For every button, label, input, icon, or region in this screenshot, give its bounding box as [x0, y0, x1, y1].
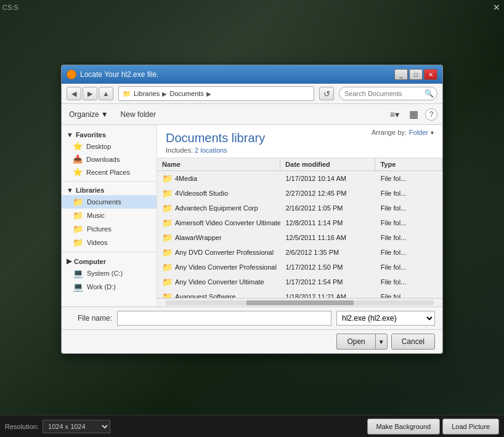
col-header-modified[interactable]: Date modified	[280, 158, 375, 170]
file-modified-8: 1/18/2012 11:21 AM	[280, 292, 375, 298]
sidebar-system-c-label: System (C:)	[87, 270, 123, 277]
folder-icon-2: 📁	[162, 203, 173, 213]
file-name-8: Avanquest Software	[175, 293, 235, 298]
system-c-icon: 💻	[73, 268, 83, 278]
organize-button[interactable]: Organize ▼	[67, 109, 111, 120]
recent-icon: ⭐	[73, 167, 83, 177]
back-button[interactable]: ◀	[67, 87, 81, 100]
pictures-folder-icon: 📁	[73, 224, 83, 234]
new-folder-button[interactable]: New folder	[118, 109, 158, 120]
folder-icon-5: 📁	[162, 247, 173, 257]
horizontal-scrollbar[interactable]	[157, 298, 442, 307]
favorites-expand-icon: ▼	[67, 131, 73, 138]
sidebar-item-recent[interactable]: ⭐ Recent Places	[62, 166, 156, 178]
file-type-8: File fol...	[376, 292, 442, 298]
sidebar-item-work-d[interactable]: 💻 Work (D:)	[62, 280, 156, 294]
sidebar-item-music[interactable]: 📁 Music	[62, 209, 156, 222]
sidebar-item-videos[interactable]: 📁 Videos	[62, 236, 156, 249]
file-name-label: File name:	[69, 314, 112, 323]
sidebar-downloads-label: Downloads	[86, 156, 120, 163]
organize-label: Organize	[69, 110, 99, 119]
hscroll-thumb	[246, 300, 354, 305]
col-header-name[interactable]: Name	[157, 158, 280, 170]
file-name-7: Any Video Converter Ultimate	[175, 278, 264, 286]
organize-dropdown-icon: ▼	[101, 110, 108, 119]
content-area: ▼ Favorites ⭐ Desktop 📥 Downloads ⭐ Rece…	[62, 125, 442, 307]
breadcrumb-sep1: ▶	[162, 90, 167, 97]
arrange-folder-button[interactable]: Folder	[409, 129, 428, 136]
table-row[interactable]: 📁Any Video Converter Ultimate 1/17/2012 …	[157, 275, 442, 289]
table-row[interactable]: 📁Any Video Converter Professional 1/17/2…	[157, 260, 442, 275]
locations-link[interactable]: 2 locations	[195, 146, 227, 154]
table-row[interactable]: 📁Advantech Equipment Corp 2/16/2012 1:05…	[157, 201, 442, 215]
dialog-title: Locate Your hl2.exe file.	[80, 70, 391, 79]
docs-library-header: Arrange by: Folder ▾ Documents library I…	[157, 125, 442, 158]
file-name-row: File name: hl2.exe (hl2.exe)	[62, 307, 442, 329]
computer-section[interactable]: ▶ Computer	[62, 255, 156, 267]
table-row[interactable]: 📁Any DVD Converter Professional 2/6/2012…	[157, 245, 442, 260]
table-row[interactable]: 📁4Media 1/17/2012 10:14 AM File fol...	[157, 171, 442, 186]
sidebar-item-desktop[interactable]: ⭐ Desktop	[62, 140, 156, 153]
forward-button[interactable]: ▶	[83, 87, 97, 100]
table-row[interactable]: 📁AlawarWrapper 12/5/2011 11:16 AM File f…	[157, 230, 442, 245]
sidebar-item-documents[interactable]: 📁 Documents	[62, 195, 156, 209]
open-button[interactable]: Open	[336, 334, 375, 350]
view-button[interactable]: ≡▾	[387, 108, 402, 121]
file-name-1: 4Videosoft Studio	[175, 190, 228, 197]
minimize-button[interactable]: _	[394, 69, 408, 80]
sidebar-desktop-label: Desktop	[86, 143, 111, 150]
work-d-icon: 💻	[73, 282, 83, 292]
refresh-button[interactable]: ↺	[319, 87, 334, 100]
favorites-section[interactable]: ▼ Favorites	[62, 129, 156, 140]
file-modified-0: 1/17/2012 10:14 AM	[280, 174, 375, 183]
up-button[interactable]: ▲	[99, 87, 113, 100]
file-dialog: Locate Your hl2.exe file. _ □ ✕ ◀ ▶ ▲ 📁 …	[61, 65, 443, 354]
sidebar-work-d-label: Work (D:)	[87, 283, 116, 291]
sidebar-videos-label: Videos	[87, 239, 107, 246]
file-type-5: File fol...	[376, 247, 442, 257]
breadcrumb-folder-icon: 📁	[123, 90, 131, 98]
cancel-button[interactable]: Cancel	[391, 334, 435, 350]
table-row[interactable]: 📁4Videosoft Studio 2/27/2012 12:45 PM Fi…	[157, 186, 442, 201]
libraries-section[interactable]: ▼ Libraries	[62, 184, 156, 195]
file-modified-4: 12/5/2011 11:16 AM	[280, 233, 375, 243]
sidebar-item-pictures[interactable]: 📁 Pictures	[62, 222, 156, 236]
col-header-type[interactable]: Type	[375, 158, 442, 170]
search-input[interactable]	[339, 87, 437, 100]
open-dropdown-button[interactable]: ▼	[375, 334, 388, 350]
sidebar-item-downloads[interactable]: 📥 Downloads	[62, 153, 156, 166]
restore-button[interactable]: □	[409, 69, 423, 80]
breadcrumb-documents[interactable]: Documents	[169, 90, 204, 97]
file-name-6: Any Video Converter Professional	[175, 263, 277, 271]
action-bar: Organize ▼ New folder ≡▾ ▦ ?	[62, 104, 442, 125]
action-bar-right: ≡▾ ▦ ?	[387, 106, 437, 122]
videos-folder-icon: 📁	[73, 238, 83, 247]
file-type-1: File fol...	[376, 188, 442, 198]
includes-label: Includes:	[166, 146, 193, 154]
computer-expand-icon: ▶	[67, 257, 71, 265]
file-type-2: File fol...	[376, 203, 442, 213]
file-modified-3: 12/8/2011 1:14 PM	[280, 218, 375, 228]
preview-button[interactable]: ▦	[406, 106, 421, 122]
file-name-3: Aimersoft Video Converter Ultimate	[175, 219, 280, 227]
file-modified-7: 1/17/2012 1:54 PM	[280, 277, 375, 287]
breadcrumb-libraries[interactable]: Libraries	[134, 90, 160, 97]
breadcrumb[interactable]: 📁 Libraries ▶ Documents ▶	[118, 86, 314, 101]
table-row[interactable]: 📁Avanquest Software 1/18/2012 11:21 AM F…	[157, 289, 442, 298]
file-type-7: File fol...	[376, 277, 442, 287]
arrange-by-label: Arrange by:	[372, 129, 407, 136]
folder-icon-7: 📁	[162, 277, 173, 287]
help-button[interactable]: ?	[425, 108, 437, 121]
file-type-select[interactable]: hl2.exe (hl2.exe)	[336, 311, 435, 326]
sidebar-item-system-c[interactable]: 💻 System (C:)	[62, 267, 156, 280]
dialog-icon	[67, 70, 76, 79]
close-button[interactable]: ✕	[424, 69, 437, 80]
file-modified-6: 1/17/2012 1:50 PM	[280, 262, 375, 272]
table-row[interactable]: 📁Aimersoft Video Converter Ultimate 12/8…	[157, 215, 442, 230]
folder-icon-0: 📁	[162, 174, 173, 183]
breadcrumb-sep2: ▶	[206, 90, 211, 97]
file-name-5: Any DVD Converter Professional	[175, 249, 274, 256]
arrange-dropdown-icon: ▾	[431, 129, 434, 136]
sidebar-documents-label: Documents	[87, 198, 121, 206]
file-name-input[interactable]	[117, 311, 331, 326]
